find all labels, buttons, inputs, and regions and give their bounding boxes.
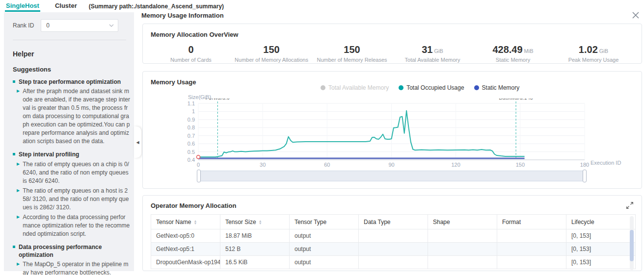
column-label: Format (502, 219, 521, 225)
stat-value: 31GiB (392, 44, 473, 55)
column-label: Lifecycle (571, 219, 594, 225)
chevron-down-icon (109, 24, 114, 27)
slider-right-handle[interactable] (583, 170, 587, 182)
stat-label: Number of Cards (151, 57, 231, 63)
column-label: Tensor Type (295, 219, 326, 225)
suggestion-text: The ratio of empty queues on a chip is 0… (23, 160, 130, 185)
top-tab-bar: SingleHost Cluster (Summary path:./stand… (0, 0, 644, 12)
suggestion-text: The ratio of empty queues on a host is 2… (23, 187, 130, 212)
table-cell: DropoutGenMask-op194:0 (151, 256, 220, 269)
rank-id-label: Rank ID (13, 22, 34, 29)
memory-usage-chart[interactable]: 0.40.50.60.70.80.911.10306090120150180Fo… (181, 99, 593, 170)
table-scrollbar-thumb[interactable] (630, 230, 634, 261)
table-cell (497, 243, 566, 256)
stat-item: 0Number of Cards (151, 44, 231, 63)
suggestion-group-label: Step trace performance optimization (19, 78, 121, 86)
legend-label: Total Occupied Usage (406, 84, 464, 91)
rank-id-value: 0 (46, 22, 50, 29)
stat-item: 31GiBTotal Available Memory (392, 44, 473, 63)
annotation-label: Forward:9 (206, 99, 230, 100)
square-bullet-icon (13, 80, 15, 83)
suggestion-list: Step trace performance optimization▶Afte… (4, 78, 134, 275)
x-tick-label: 120 (451, 162, 460, 168)
overview-stats: 0Number of Cards150Number of Memory Allo… (151, 44, 634, 63)
stat-item: 428.49MiBStatic Memory (473, 44, 553, 63)
legend-item[interactable]: Static Memory (474, 84, 520, 91)
arrow-bullet-icon: ▶ (17, 260, 20, 268)
x-tick-label: 0 (197, 162, 200, 168)
operator-memory-allocation-panel: Operator Memory Allocation Tensor Name▲▼… (142, 195, 642, 271)
square-bullet-icon (13, 153, 15, 155)
operator-table-header: Tensor Name▲▼Tensor Size▲▼Tensor TypeDat… (151, 215, 636, 229)
chart-range-slider[interactable] (198, 171, 585, 181)
helper-sidebar: Rank ID 0 Helper Suggestions Step trace … (4, 12, 134, 271)
suggestion-item: ▶The MapOp_5 operator in the pipeline ma… (17, 260, 130, 275)
suggestion-item: ▶The ratio of empty queues on a chip is … (17, 160, 130, 185)
stat-item: 1.02GiBPeak Memory Usage (553, 44, 634, 63)
table-cell: 16.5 KiB (220, 256, 290, 269)
table-scrollbar[interactable] (630, 216, 634, 270)
suggestion-group-label: Data processing performance optimization (19, 243, 129, 259)
table-row: GetNext-op5:018.87 MiBoutput[0, 153] (151, 229, 636, 243)
legend-item[interactable]: Total Occupied Usage (399, 84, 464, 91)
table-cell: [0, 153] (566, 243, 636, 256)
stat-value: 428.49MiB (473, 44, 553, 55)
column-header[interactable]: Tensor Name▲▼ (151, 215, 220, 229)
table-cell (359, 243, 428, 256)
stat-value: 1.02GiB (553, 44, 634, 55)
suggestions-title: Suggestions (13, 66, 125, 73)
table-cell: 18.87 MiB (220, 229, 290, 243)
column-label: Tensor Name (156, 219, 191, 225)
sort-icon[interactable]: ▲▼ (193, 220, 197, 225)
table-cell (428, 229, 497, 243)
x-tick-label: 150 (516, 162, 525, 168)
stat-label: Peak Memory Usage (553, 57, 634, 63)
table-cell (428, 256, 497, 269)
table-cell: 512 B (220, 243, 290, 256)
column-header: Shape (428, 215, 497, 229)
chart-legend: Total Available MemoryTotal Occupied Usa… (321, 84, 529, 91)
sidebar-collapse-handle[interactable]: ◀ (134, 126, 141, 158)
table-cell: GetNext-op5:0 (151, 229, 220, 243)
x-tick-label: 90 (388, 162, 394, 168)
y-tick-label: 0.8 (188, 125, 195, 130)
legend-label: Total Available Memory (328, 84, 389, 91)
x-tick-label: 180 (580, 162, 589, 168)
table-cell: [0, 153] (566, 229, 636, 243)
stat-unit: MiB (524, 48, 534, 54)
sidebar-divider (13, 40, 126, 40)
stat-label: Number of Memory Releases (312, 57, 392, 63)
close-icon[interactable] (631, 11, 640, 20)
suggestion-text: The MapOp_5 operator in the pipeline may… (23, 260, 130, 275)
overview-title: Memory Allocation OverView (151, 31, 634, 38)
main-header: Memory Usage Information (141, 11, 642, 21)
column-header[interactable]: Tensor Size▲▼ (220, 215, 290, 229)
y-tick-label: 0.4 (188, 157, 195, 163)
legend-item[interactable]: Total Available Memory (321, 84, 389, 91)
table-cell (428, 243, 497, 256)
table-cell (497, 256, 566, 269)
sort-icon[interactable]: ▲▼ (259, 220, 262, 225)
stat-value: 150 (231, 44, 312, 55)
suggestion-group-title: Data processing performance optimization (13, 243, 129, 259)
column-header: Tensor Type (290, 215, 359, 229)
series-total-occupied-usage (198, 111, 525, 157)
suggestion-text: According to the data processing perform… (23, 213, 130, 238)
suggestion-group-title: Step trace performance optimization (13, 78, 129, 86)
table-cell: output (290, 256, 359, 269)
suggestion-group-label: Step interval profiling (19, 150, 79, 158)
slider-left-handle[interactable] (197, 170, 201, 182)
column-label: Shape (433, 219, 450, 225)
column-label: Tensor Size (225, 219, 256, 225)
operator-table-title: Operator Memory Allocation (151, 202, 236, 209)
suggestion-group-title: Step interval profiling (13, 150, 129, 158)
expand-icon[interactable] (626, 201, 634, 209)
table-cell: GetNext-op5:1 (151, 243, 220, 256)
table-cell: output (290, 229, 359, 243)
tab-cluster[interactable]: Cluster (54, 0, 78, 12)
y-tick-label: 0.9 (188, 117, 195, 123)
tab-singlehost[interactable]: SingleHost (5, 0, 40, 12)
annotation-label: Backward:148 (499, 99, 533, 100)
suggestion-item: ▶According to the data processing perfor… (17, 213, 130, 238)
rank-id-select[interactable]: 0 (41, 19, 118, 32)
